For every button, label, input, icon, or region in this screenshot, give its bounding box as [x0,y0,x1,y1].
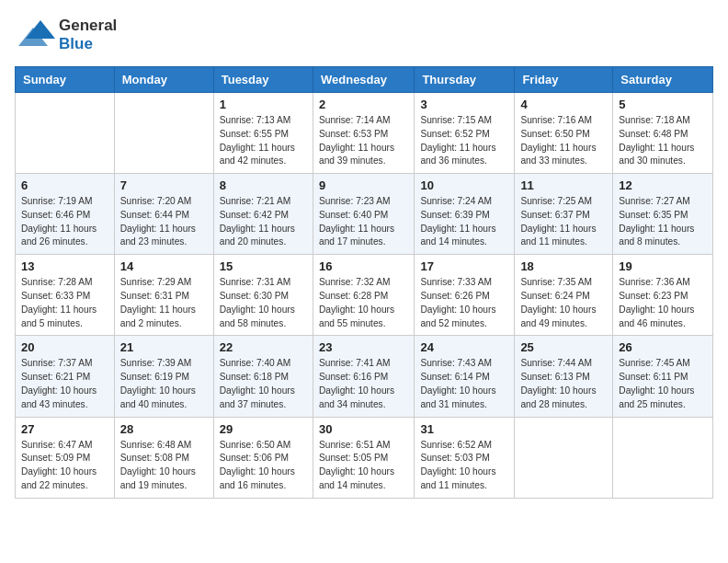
week-row-5: 27Sunrise: 6:47 AM Sunset: 5:09 PM Dayli… [16,417,713,498]
calendar-cell [613,417,713,498]
calendar-cell [515,417,613,498]
calendar-cell: 6Sunrise: 7:19 AM Sunset: 6:46 PM Daylig… [16,174,115,255]
day-info: Sunrise: 7:20 AM Sunset: 6:44 PM Dayligh… [120,195,208,249]
day-number: 2 [319,98,408,111]
day-info: Sunrise: 7:32 AM Sunset: 6:28 PM Dayligh… [319,276,408,330]
day-number: 25 [520,340,607,354]
calendar-cell: 11Sunrise: 7:25 AM Sunset: 6:37 PM Dayli… [515,174,613,255]
calendar-cell: 7Sunrise: 7:20 AM Sunset: 6:44 PM Daylig… [114,174,213,255]
calendar-cell: 13Sunrise: 7:28 AM Sunset: 6:33 PM Dayli… [16,255,115,336]
weekday-header-saturday: Saturday [613,67,713,93]
calendar-cell: 29Sunrise: 6:50 AM Sunset: 5:06 PM Dayli… [213,417,313,498]
day-info: Sunrise: 7:40 AM Sunset: 6:18 PM Dayligh… [220,357,307,411]
weekday-header-wednesday: Wednesday [313,67,414,93]
day-info: Sunrise: 6:51 AM Sunset: 5:05 PM Dayligh… [319,439,408,493]
weekday-header-thursday: Thursday [415,67,515,93]
calendar-cell: 27Sunrise: 6:47 AM Sunset: 5:09 PM Dayli… [16,417,115,498]
day-number: 26 [619,340,707,354]
calendar-cell: 9Sunrise: 7:23 AM Sunset: 6:40 PM Daylig… [313,174,414,255]
day-info: Sunrise: 7:31 AM Sunset: 6:30 PM Dayligh… [220,276,307,330]
calendar-cell [16,93,115,174]
calendar-cell: 15Sunrise: 7:31 AM Sunset: 6:30 PM Dayli… [213,255,313,336]
day-info: Sunrise: 7:44 AM Sunset: 6:13 PM Dayligh… [520,357,607,411]
calendar-cell: 5Sunrise: 7:18 AM Sunset: 6:48 PM Daylig… [613,93,713,174]
day-number: 7 [120,178,208,192]
day-number: 5 [619,98,707,111]
calendar-cell: 24Sunrise: 7:43 AM Sunset: 6:14 PM Dayli… [415,336,515,417]
logo-icon [15,15,55,55]
day-number: 19 [619,259,707,273]
calendar-cell: 25Sunrise: 7:44 AM Sunset: 6:13 PM Dayli… [515,336,613,417]
day-number: 17 [420,259,508,273]
logo: General Blue [15,15,117,55]
calendar-cell: 30Sunrise: 6:51 AM Sunset: 5:05 PM Dayli… [313,417,414,498]
day-number: 28 [120,422,208,436]
day-number: 31 [420,422,508,436]
week-row-3: 13Sunrise: 7:28 AM Sunset: 6:33 PM Dayli… [16,255,713,336]
weekday-header-monday: Monday [114,67,213,93]
day-info: Sunrise: 6:48 AM Sunset: 5:08 PM Dayligh… [120,439,208,493]
day-info: Sunrise: 7:29 AM Sunset: 6:31 PM Dayligh… [120,276,208,330]
day-number: 12 [619,178,707,192]
day-info: Sunrise: 7:39 AM Sunset: 6:19 PM Dayligh… [120,357,208,411]
calendar-cell: 10Sunrise: 7:24 AM Sunset: 6:39 PM Dayli… [415,174,515,255]
weekday-header-sunday: Sunday [16,67,115,93]
day-info: Sunrise: 7:14 AM Sunset: 6:53 PM Dayligh… [319,114,408,168]
weekday-header-row: SundayMondayTuesdayWednesdayThursdayFrid… [16,67,713,93]
calendar-cell [114,93,213,174]
calendar-cell: 8Sunrise: 7:21 AM Sunset: 6:42 PM Daylig… [213,174,313,255]
day-number: 9 [319,178,408,192]
day-number: 29 [220,422,307,436]
day-info: Sunrise: 7:18 AM Sunset: 6:48 PM Dayligh… [619,114,707,168]
day-info: Sunrise: 6:50 AM Sunset: 5:06 PM Dayligh… [220,439,307,493]
calendar-cell: 21Sunrise: 7:39 AM Sunset: 6:19 PM Dayli… [114,336,213,417]
calendar-table: SundayMondayTuesdayWednesdayThursdayFrid… [15,66,713,499]
calendar-cell: 23Sunrise: 7:41 AM Sunset: 6:16 PM Dayli… [313,336,414,417]
calendar-cell: 31Sunrise: 6:52 AM Sunset: 5:03 PM Dayli… [415,417,515,498]
calendar-cell: 26Sunrise: 7:45 AM Sunset: 6:11 PM Dayli… [613,336,713,417]
week-row-4: 20Sunrise: 7:37 AM Sunset: 6:21 PM Dayli… [16,336,713,417]
day-info: Sunrise: 7:19 AM Sunset: 6:46 PM Dayligh… [21,195,108,249]
day-number: 4 [520,98,607,111]
day-number: 22 [220,340,307,354]
day-number: 27 [21,422,108,436]
day-number: 30 [319,422,408,436]
day-number: 15 [220,259,307,273]
day-number: 3 [420,98,508,111]
day-info: Sunrise: 7:13 AM Sunset: 6:55 PM Dayligh… [220,114,307,168]
calendar-cell: 19Sunrise: 7:36 AM Sunset: 6:23 PM Dayli… [613,255,713,336]
day-info: Sunrise: 7:23 AM Sunset: 6:40 PM Dayligh… [319,195,408,249]
day-info: Sunrise: 7:28 AM Sunset: 6:33 PM Dayligh… [21,276,108,330]
day-number: 16 [319,259,408,273]
day-info: Sunrise: 6:52 AM Sunset: 5:03 PM Dayligh… [420,439,508,493]
day-number: 20 [21,340,108,354]
day-info: Sunrise: 7:45 AM Sunset: 6:11 PM Dayligh… [619,357,707,411]
calendar-cell: 28Sunrise: 6:48 AM Sunset: 5:08 PM Dayli… [114,417,213,498]
day-info: Sunrise: 7:24 AM Sunset: 6:39 PM Dayligh… [420,195,508,249]
day-number: 14 [120,259,208,273]
day-number: 6 [21,178,108,192]
calendar-cell: 18Sunrise: 7:35 AM Sunset: 6:24 PM Dayli… [515,255,613,336]
day-info: Sunrise: 7:25 AM Sunset: 6:37 PM Dayligh… [520,195,607,249]
week-row-1: 1Sunrise: 7:13 AM Sunset: 6:55 PM Daylig… [16,93,713,174]
calendar-cell: 12Sunrise: 7:27 AM Sunset: 6:35 PM Dayli… [613,174,713,255]
day-info: Sunrise: 7:27 AM Sunset: 6:35 PM Dayligh… [619,195,707,249]
day-info: Sunrise: 7:21 AM Sunset: 6:42 PM Dayligh… [220,195,307,249]
calendar-cell: 2Sunrise: 7:14 AM Sunset: 6:53 PM Daylig… [313,93,414,174]
day-number: 18 [520,259,607,273]
day-info: Sunrise: 7:41 AM Sunset: 6:16 PM Dayligh… [319,357,408,411]
day-info: Sunrise: 6:47 AM Sunset: 5:09 PM Dayligh… [21,439,108,493]
day-number: 8 [220,178,307,192]
logo-general: General [59,17,117,35]
day-info: Sunrise: 7:16 AM Sunset: 6:50 PM Dayligh… [520,114,607,168]
day-number: 11 [520,178,607,192]
day-info: Sunrise: 7:43 AM Sunset: 6:14 PM Dayligh… [420,357,508,411]
day-info: Sunrise: 7:35 AM Sunset: 6:24 PM Dayligh… [520,276,607,330]
calendar-cell: 20Sunrise: 7:37 AM Sunset: 6:21 PM Dayli… [16,336,115,417]
day-info: Sunrise: 7:33 AM Sunset: 6:26 PM Dayligh… [420,276,508,330]
weekday-header-tuesday: Tuesday [213,67,313,93]
day-number: 10 [420,178,508,192]
page-header: General Blue [15,15,713,55]
day-number: 23 [319,340,408,354]
day-number: 13 [21,259,108,273]
